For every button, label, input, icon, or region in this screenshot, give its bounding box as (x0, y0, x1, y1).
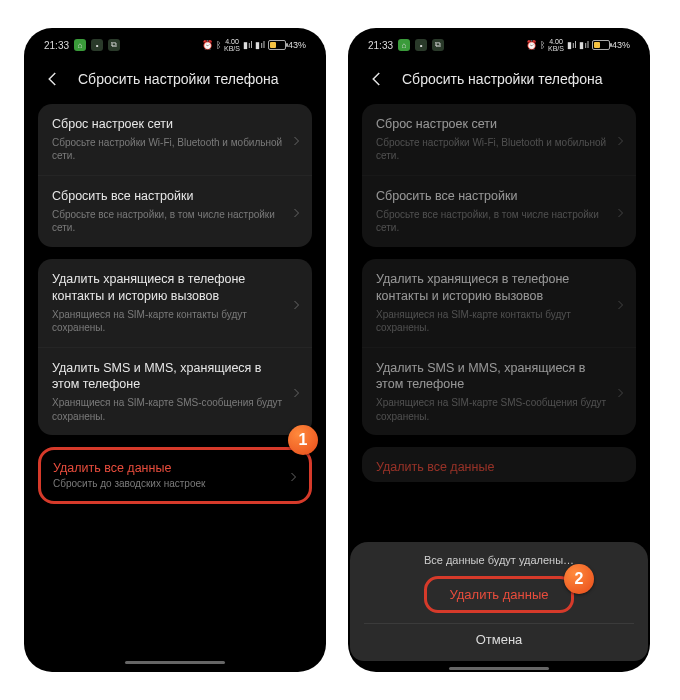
item-subtitle: Сбросьте все настройки, в том числе наст… (52, 208, 298, 235)
item-title: Удалить все данные (53, 460, 297, 477)
chevron-right-icon (290, 133, 302, 145)
page-title: Сбросить настройки телефона (78, 71, 279, 87)
item-title: Сбросить все настройки (376, 188, 622, 205)
dialog-confirm-button[interactable]: Удалить данные (424, 576, 574, 613)
dialog-backdrop: Все данные будут удалены… 2 Удалить данн… (348, 542, 650, 672)
alarm-icon: ⏰ (202, 40, 213, 50)
app-icon-1: ⌂ (74, 39, 86, 51)
item-subtitle: Хранящиеся на SIM-карте контакты будут с… (52, 308, 298, 335)
item-reset-all-settings[interactable]: Сбросить все настройки Сбросьте все наст… (38, 175, 312, 247)
settings-group-network: Сброс настроек сети Сбросьте настройки W… (362, 104, 636, 247)
item-subtitle: Сбросьте все настройки, в том числе наст… (376, 208, 622, 235)
signal-2-icon: ▮ıl (579, 40, 589, 50)
app-icon-1: ⌂ (398, 39, 410, 51)
item-delete-sms[interactable]: Удалить SMS и MMS, хранящиеся в этом тел… (362, 347, 636, 436)
highlighted-delete-all-data[interactable]: Удалить все данные Сбросить до заводских… (38, 447, 312, 503)
battery-indicator: 43% (268, 40, 306, 50)
chevron-right-icon (614, 385, 626, 397)
settings-group-network: Сброс настроек сети Сбросьте настройки W… (38, 104, 312, 247)
item-subtitle: Хранящиеся на SIM-карте контакты будут с… (376, 308, 622, 335)
item-subtitle: Сбросьте настройки Wi-Fi, Bluetooth и мо… (376, 136, 622, 163)
dialog-message: Все данные будут удалены… (364, 554, 634, 566)
item-delete-all-data-partial: Удалить все данные (362, 447, 636, 482)
confirm-dialog: Все данные будут удалены… 2 Удалить данн… (350, 542, 648, 661)
network-speed: 4.00 KB/S (224, 38, 240, 52)
back-button[interactable] (368, 70, 386, 88)
network-speed: 4.00 KB/S (548, 38, 564, 52)
chevron-right-icon (614, 133, 626, 145)
chevron-right-icon (287, 469, 299, 481)
phone-screenshot-right: 21:33 ⌂ • ⧉ ⏰ ᛒ 4.00 KB/S ▮ıl ▮ıl 43% Сб… (348, 28, 650, 672)
signal-1-icon: ▮ıl (567, 40, 577, 50)
status-bar: 21:33 ⌂ • ⧉ ⏰ ᛒ 4.00 KB/S ▮ıl ▮ıl 43% (354, 34, 644, 56)
app-icon-2: • (415, 39, 427, 51)
page-title: Сбросить настройки телефона (402, 71, 603, 87)
item-title: Удалить хранящиеся в телефоне контакты и… (52, 271, 298, 305)
chevron-right-icon (290, 205, 302, 217)
home-indicator[interactable] (449, 667, 549, 670)
app-icon-3: ⧉ (108, 39, 120, 51)
item-title: Сброс настроек сети (376, 116, 622, 133)
home-indicator[interactable] (125, 661, 225, 664)
chevron-right-icon (614, 205, 626, 217)
item-reset-network[interactable]: Сброс настроек сети Сбросьте настройки W… (38, 104, 312, 175)
item-title: Удалить SMS и MMS, хранящиеся в этом тел… (376, 360, 622, 394)
battery-indicator: 43% (592, 40, 630, 50)
status-time: 21:33 (44, 40, 69, 51)
callout-badge-2: 2 (564, 564, 594, 594)
settings-content: Сброс настроек сети Сбросьте настройки W… (30, 98, 320, 655)
item-title: Сбросить все настройки (52, 188, 298, 205)
alarm-icon: ⏰ (526, 40, 537, 50)
item-title: Сброс настроек сети (52, 116, 298, 133)
item-subtitle: Хранящиеся на SIM-карте SMS-сообщения бу… (376, 396, 622, 423)
item-title: Удалить все данные (376, 459, 622, 476)
settings-group-delete: Удалить хранящиеся в телефоне контакты и… (362, 259, 636, 436)
status-time: 21:33 (368, 40, 393, 51)
bluetooth-icon: ᛒ (540, 40, 545, 50)
phone-screenshot-left: 21:33 ⌂ • ⧉ ⏰ ᛒ 4.00 KB/S ▮ıl ▮ıl 43% Сб… (24, 28, 326, 672)
chevron-right-icon (614, 297, 626, 309)
bluetooth-icon: ᛒ (216, 40, 221, 50)
signal-2-icon: ▮ıl (255, 40, 265, 50)
item-delete-contacts[interactable]: Удалить хранящиеся в телефоне контакты и… (362, 259, 636, 347)
item-subtitle: Хранящиеся на SIM-карте SMS-сообщения бу… (52, 396, 298, 423)
item-title: Удалить SMS и MMS, хранящиеся в этом тел… (52, 360, 298, 394)
status-bar: 21:33 ⌂ • ⧉ ⏰ ᛒ 4.00 KB/S ▮ıl ▮ıl 43% (30, 34, 320, 56)
app-icon-2: • (91, 39, 103, 51)
dialog-cancel-button[interactable]: Отмена (364, 623, 634, 651)
app-icon-3: ⧉ (432, 39, 444, 51)
item-delete-sms[interactable]: Удалить SMS и MMS, хранящиеся в этом тел… (38, 347, 312, 436)
callout-badge-1: 1 (288, 425, 318, 455)
app-header: Сбросить настройки телефона (354, 56, 644, 98)
signal-1-icon: ▮ıl (243, 40, 253, 50)
back-button[interactable] (44, 70, 62, 88)
item-reset-network[interactable]: Сброс настроек сети Сбросьте настройки W… (362, 104, 636, 175)
item-delete-contacts[interactable]: Удалить хранящиеся в телефоне контакты и… (38, 259, 312, 347)
item-title: Удалить хранящиеся в телефоне контакты и… (376, 271, 622, 305)
chevron-right-icon (290, 385, 302, 397)
chevron-right-icon (290, 297, 302, 309)
app-header: Сбросить настройки телефона (30, 56, 320, 98)
settings-group-delete: Удалить хранящиеся в телефоне контакты и… (38, 259, 312, 436)
item-subtitle: Сбросьте настройки Wi-Fi, Bluetooth и мо… (52, 136, 298, 163)
item-reset-all-settings[interactable]: Сбросить все настройки Сбросьте все наст… (362, 175, 636, 247)
item-subtitle: Сбросить до заводских настроек (53, 477, 297, 491)
